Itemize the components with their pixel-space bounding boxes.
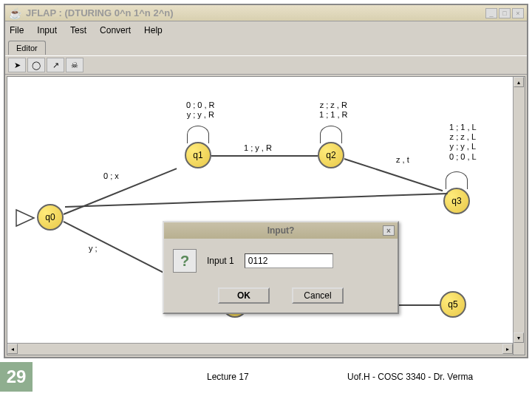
scroll-up-icon[interactable]: ▴: [514, 77, 524, 87]
edge-q0-q1: [64, 168, 177, 214]
dialog-label: Input 1: [207, 256, 234, 266]
state-q3[interactable]: q3: [443, 188, 470, 214]
close-icon[interactable]: ×: [512, 8, 524, 18]
java-icon: ☕: [8, 7, 21, 20]
editor-canvas[interactable]: q0 q1 q2 q3 q4 q5 0 ; 0 , R y ; y , R z …: [7, 76, 525, 355]
edge-q1-q2: [211, 155, 318, 157]
app-window: ☕ JFLAP : (DTURING 0^n 1^n 2^n) _ □ × Fi…: [4, 4, 528, 358]
scrollbar-vertical[interactable]: ▴ ▾: [513, 77, 525, 355]
dialog-input[interactable]: [245, 253, 333, 268]
tool-transition-icon[interactable]: ↗: [47, 58, 64, 72]
edge-q3-q0: [65, 193, 448, 208]
input-dialog: Input? × ? Input 1 OK Cancel: [163, 221, 399, 314]
label-q1-loop: 0 ; 0 , R y ; y , R: [186, 100, 215, 120]
scroll-right-icon[interactable]: ▸: [502, 344, 513, 354]
maximize-icon[interactable]: □: [499, 8, 511, 18]
slide-number: 29: [0, 362, 33, 392]
loop-q2: [320, 126, 342, 143]
state-label: q5: [448, 299, 457, 310]
menu-help[interactable]: Help: [144, 25, 163, 35]
start-arrow-icon: [15, 207, 37, 231]
svg-marker-0: [16, 210, 34, 226]
tool-pointer-icon[interactable]: ➤: [8, 58, 26, 72]
menu-test[interactable]: Test: [70, 25, 86, 35]
ok-button[interactable]: OK: [218, 287, 270, 304]
state-label: q2: [326, 150, 335, 160]
tab-editor[interactable]: Editor: [8, 41, 46, 55]
label-q3-loop: 1 ; 1 , L z ; z , L y ; y , L 0 ; 0 , L: [449, 123, 477, 162]
state-label: q0: [45, 212, 55, 222]
state-q2[interactable]: q2: [318, 142, 344, 168]
label-q0-q1: 0 ; x: [103, 171, 119, 181]
label-q2-loop: z ; z , R 1 ; 1 , R: [319, 100, 348, 120]
toolbar: ➤ ◯ ↗ ☠: [5, 55, 527, 75]
label-q2-q3: z , t: [396, 155, 409, 165]
label-q1-q2: 1 ; y , R: [244, 143, 272, 153]
tool-delete-icon[interactable]: ☠: [66, 58, 83, 72]
titlebar: ☕ JFLAP : (DTURING 0^n 1^n 2^n) _ □ ×: [5, 5, 527, 21]
slide-footer: 29 Lecture 17 Uof.H - COSC 3340 - Dr. Ve…: [0, 362, 532, 392]
state-q5[interactable]: q5: [440, 291, 466, 318]
menubar: File Input Test Convert Help: [5, 21, 527, 39]
tabbar: Editor: [5, 39, 527, 55]
dialog-titlebar: Input? ×: [164, 222, 398, 239]
loop-q1: [187, 126, 209, 143]
state-label: q3: [451, 196, 461, 206]
dialog-title: Input?: [267, 225, 295, 236]
window-title: JFLAP : (DTURING 0^n 1^n 2^n): [26, 7, 174, 18]
minimize-icon[interactable]: _: [485, 8, 497, 18]
scroll-down-icon[interactable]: ▾: [514, 332, 524, 343]
footer-lecture: Lecture 17: [207, 372, 249, 382]
state-label: q1: [193, 150, 202, 160]
edge-q2-q3: [344, 158, 443, 191]
menu-convert[interactable]: Convert: [100, 25, 131, 35]
loop-q3: [446, 171, 468, 189]
scroll-left-icon[interactable]: ◂: [7, 344, 18, 354]
menu-file[interactable]: File: [10, 25, 24, 35]
cancel-button[interactable]: Cancel: [292, 287, 344, 304]
label-q0-q4: y ;: [89, 244, 98, 253]
footer-credit: Uof.H - COSC 3340 - Dr. Verma: [347, 372, 473, 382]
state-q1[interactable]: q1: [185, 142, 211, 168]
question-icon: ?: [173, 249, 197, 273]
state-q0[interactable]: q0: [37, 204, 64, 231]
tool-state-icon[interactable]: ◯: [27, 58, 45, 72]
scrollbar-horizontal[interactable]: ◂ ▸: [7, 343, 513, 355]
menu-input[interactable]: Input: [37, 25, 57, 35]
dialog-close-icon[interactable]: ×: [383, 225, 395, 236]
